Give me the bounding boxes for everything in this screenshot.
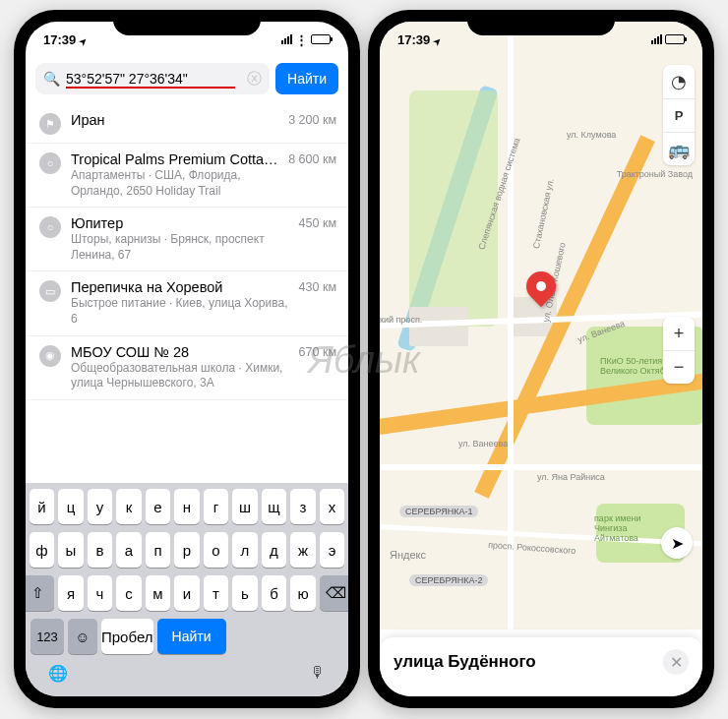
street-label: ул. Яна Райниса [537, 472, 605, 482]
search-input[interactable]: 53°52'57" 27°36'34" [66, 71, 241, 87]
numbers-key[interactable]: 123 [30, 619, 64, 654]
letter-key[interactable]: з [290, 489, 316, 524]
globe-icon[interactable]: 🌐 [48, 664, 68, 683]
result-title: Иран [71, 112, 284, 128]
result-distance: 3 200 км [288, 113, 336, 127]
letter-key[interactable]: и [174, 575, 200, 611]
street-label: Стахановская ул. [531, 177, 556, 249]
screen-search: 17:39 ⋮ 🔍 53°52'57" 27°36'34" ⓧ Найти [26, 22, 348, 696]
lodging-icon: ○ [39, 152, 61, 174]
traffic-icon[interactable]: ◔ [663, 65, 695, 98]
letter-key[interactable]: у [88, 489, 113, 524]
battery-icon [665, 34, 685, 44]
parking-icon[interactable]: P [663, 98, 695, 132]
result-item[interactable]: ◉ МБОУ СОШ № 28 Общеобразовательная школ… [26, 336, 348, 400]
result-title: Юпитер [71, 215, 295, 231]
result-distance: 670 км [299, 345, 336, 359]
enter-key[interactable]: Найти [157, 619, 226, 654]
flag-icon: ⚑ [39, 113, 61, 135]
letter-key[interactable]: а [116, 532, 142, 568]
letter-key[interactable]: с [116, 575, 142, 611]
letter-key[interactable]: э [320, 532, 345, 568]
letter-key[interactable]: р [174, 532, 200, 568]
result-item[interactable]: ○ Юпитер Шторы, карнизы · Брянск, проспе… [26, 208, 348, 271]
search-query: 53°52'57" 27°36'34" [66, 71, 188, 87]
letter-key[interactable]: д [262, 532, 287, 568]
map-layers-control: ◔ P 🚌 [663, 65, 695, 165]
letter-key[interactable]: е [146, 489, 171, 524]
letter-key[interactable]: ы [58, 532, 84, 568]
result-title: МБОУ СОШ № 28 [71, 344, 295, 360]
letter-key[interactable]: л [232, 532, 258, 568]
letter-key[interactable]: п [146, 532, 171, 568]
result-item[interactable]: ▭ Перепичка на Хоревой Быстрое питание ·… [26, 271, 348, 335]
letter-key[interactable]: ш [232, 489, 258, 524]
area-badge: СЕРЕБРЯНКА-1 [399, 506, 478, 517]
letter-key[interactable]: щ [262, 489, 287, 524]
location-arrow-icon [434, 32, 442, 47]
result-subtitle: Быстрое питание · Киев, улица Хорива, 6 [71, 296, 295, 327]
search-row: 🔍 53°52'57" 27°36'34" ⓧ Найти [26, 57, 348, 100]
letter-key[interactable]: й [30, 489, 55, 524]
space-key[interactable]: Пробел [101, 619, 153, 654]
results-list: ⚑ Иран 3 200 км ○ Tropical Palms Premium… [26, 100, 348, 404]
result-subtitle: Общеобразовательная школа · Химки, улица… [71, 361, 295, 391]
zoom-out-button[interactable]: − [663, 350, 695, 384]
result-subtitle: Шторы, карнизы · Брянск, проспект Ленина… [71, 232, 295, 263]
zoom-in-button[interactable]: + [663, 317, 695, 350]
letter-key[interactable]: т [204, 575, 229, 611]
letter-key[interactable]: к [116, 489, 142, 524]
location-arrow-icon [80, 32, 88, 47]
signal-icon [651, 34, 662, 44]
compass-icon[interactable]: ➤ [661, 527, 693, 559]
result-distance: 8 600 км [288, 152, 336, 166]
map-brand-label: Яндекс [390, 549, 426, 561]
signal-icon [281, 34, 292, 44]
notch [113, 10, 261, 35]
search-button[interactable]: Найти [275, 63, 338, 94]
result-distance: 430 км [299, 280, 336, 294]
letter-key[interactable]: ю [290, 575, 316, 611]
wifi-icon: ⋮ [295, 32, 308, 47]
transit-icon[interactable]: 🚌 [663, 132, 695, 165]
panel-title: улица Будённого [394, 652, 536, 672]
search-icon: 🔍 [43, 71, 60, 87]
food-icon: ▭ [39, 280, 61, 302]
letter-key[interactable]: я [58, 575, 84, 611]
letter-key[interactable]: ь [232, 575, 258, 611]
letter-key[interactable]: н [174, 489, 200, 524]
letter-key[interactable]: ф [30, 532, 55, 568]
search-box[interactable]: 🔍 53°52'57" 27°36'34" ⓧ [35, 63, 270, 94]
shop-icon: ○ [39, 216, 61, 238]
emoji-key[interactable]: ☺ [68, 619, 97, 654]
map-canvas[interactable]: 17:39 [380, 22, 702, 629]
result-title: Перепичка на Хоревой [71, 279, 295, 295]
letter-key[interactable]: х [320, 489, 345, 524]
road [380, 464, 702, 470]
status-time: 17:39 [43, 32, 76, 47]
letter-key[interactable]: в [88, 532, 113, 568]
letter-key[interactable]: ч [88, 575, 113, 611]
backspace-key[interactable]: ⌫ [320, 575, 348, 611]
battery-icon [311, 34, 331, 44]
letter-key[interactable]: о [204, 532, 229, 568]
letter-key[interactable]: б [262, 575, 287, 611]
school-icon: ◉ [39, 345, 61, 367]
letter-key[interactable]: г [204, 489, 229, 524]
result-item[interactable]: ○ Tropical Palms Premium Cottage 19 Апар… [26, 144, 348, 208]
screen-map: 17:39 [380, 22, 702, 696]
street-label: ул. Клумова [567, 130, 616, 140]
result-item[interactable]: ⚑ Иран 3 200 км [26, 104, 348, 144]
mic-icon[interactable]: 🎙 [310, 664, 326, 683]
letter-key[interactable]: м [146, 575, 171, 611]
area-badge: СЕРЕБРЯНКА-2 [409, 574, 488, 586]
shift-key[interactable]: ⇧ [26, 575, 54, 611]
road [508, 22, 514, 629]
clear-icon[interactable]: ⓧ [247, 70, 262, 89]
close-icon[interactable]: ✕ [663, 649, 689, 675]
location-panel[interactable]: улица Будённого ✕ [380, 637, 702, 696]
letter-key[interactable]: ц [58, 489, 84, 524]
street-label: кий просп. [380, 315, 422, 325]
phone-left: 17:39 ⋮ 🔍 53°52'57" 27°36'34" ⓧ Найти [14, 10, 360, 708]
letter-key[interactable]: ж [290, 532, 316, 568]
